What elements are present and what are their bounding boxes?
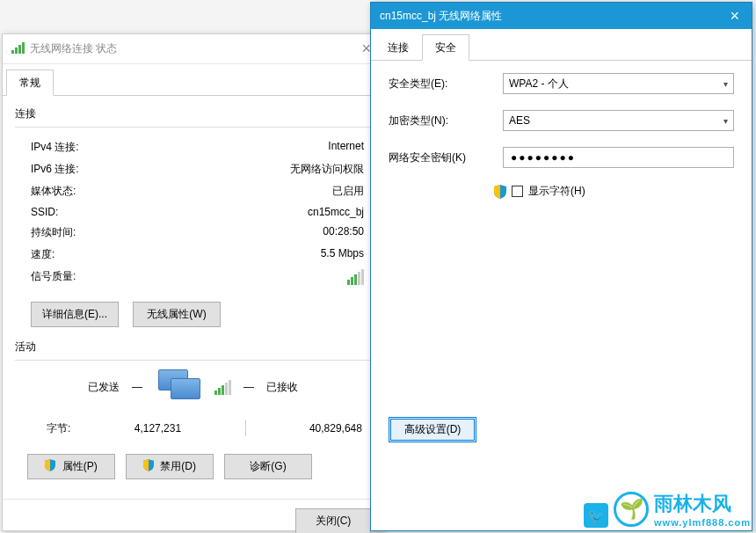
wireless-signal-icon <box>11 42 25 56</box>
disable-button[interactable]: 禁用(D) <box>126 454 214 479</box>
watermark-url: www.ylmf888.com <box>654 517 751 528</box>
connection-heading: 连接 <box>15 106 371 121</box>
show-characters-checkbox[interactable] <box>512 186 523 197</box>
speed-label: 速度: <box>31 247 55 262</box>
encryption-type-value: AES <box>509 114 530 127</box>
tab-bar: 常规 <box>3 64 383 96</box>
security-type-label: 安全类型(E): <box>389 77 503 91</box>
ssid-label: SSID: <box>31 206 58 218</box>
bird-icon: 🐦 <box>584 503 608 528</box>
chevron-down-icon: ▾ <box>723 79 728 89</box>
signal-label: 信号质量: <box>31 269 76 288</box>
bytes-row: 字节: 4,127,231 40,829,648 <box>15 420 371 436</box>
ssid-value: cn15mcc_bj <box>308 206 364 218</box>
network-key-input[interactable]: ●●●●●●●● <box>503 147 734 168</box>
tab-general[interactable]: 常规 <box>6 69 54 96</box>
activity-indicator-received-icon: — <box>244 381 254 393</box>
shield-icon <box>143 459 154 471</box>
security-panel: 安全类型(E): WPA2 - 个人 ▾ 加密类型(N): AES ▾ 网络安全… <box>371 61 752 211</box>
close-button[interactable]: 关闭(C) <box>295 508 371 533</box>
properties-button[interactable]: 属性(P) <box>27 454 115 479</box>
leaf-logo-icon: 🌱 <box>614 492 649 527</box>
title-bar: 无线网络连接 状态 × <box>3 34 383 64</box>
title-bar: cn15mcc_bj 无线网络属性 × <box>371 3 752 29</box>
bytes-sent-value: 4,127,231 <box>134 422 181 434</box>
shield-icon <box>45 459 55 471</box>
window-title: 无线网络连接 状态 <box>30 41 358 56</box>
activity-heading: 活动 <box>15 340 371 354</box>
close-icon[interactable]: × <box>726 7 743 26</box>
panel-body: 连接 IPv4 连接:Internet IPv6 连接:无网络访问权限 媒体状态… <box>3 96 383 499</box>
connection-details: IPv4 连接:Internet IPv6 连接:无网络访问权限 媒体状态:已启… <box>15 136 371 291</box>
details-buttons: 详细信息(E)... 无线属性(W) <box>15 302 371 327</box>
ipv4-value: Internet <box>328 140 364 155</box>
disable-button-label: 禁用(D) <box>160 460 196 472</box>
separator <box>15 360 371 361</box>
show-characters-row: 显示字符(H) <box>494 184 734 199</box>
tab-bar: 连接 安全 <box>371 29 752 61</box>
encryption-type-label: 加密类型(N): <box>389 113 503 128</box>
tab-connection[interactable]: 连接 <box>374 34 422 61</box>
tab-security[interactable]: 安全 <box>422 34 469 61</box>
activity-signal-icon <box>214 380 231 395</box>
show-characters-label: 显示字符(H) <box>528 184 585 199</box>
window-title: cn15mcc_bj 无线网络属性 <box>380 9 726 24</box>
network-key-label: 网络安全密钥(K) <box>389 150 503 165</box>
monitors-icon <box>155 369 202 405</box>
ipv4-label: IPv4 连接: <box>31 140 79 155</box>
ipv6-value: 无网络访问权限 <box>290 162 364 177</box>
advanced-settings-button[interactable]: 高级设置(D) <box>389 417 476 442</box>
security-type-select[interactable]: WPA2 - 个人 ▾ <box>503 73 734 94</box>
network-key-value: ●●●●●●●● <box>511 151 576 164</box>
ipv6-label: IPv6 连接: <box>31 162 79 177</box>
wireless-status-window: 无线网络连接 状态 × 常规 连接 IPv4 连接:Internet IPv6 … <box>2 33 384 531</box>
shield-icon <box>494 185 506 199</box>
duration-label: 持续时间: <box>31 225 76 240</box>
duration-value: 00:28:50 <box>323 225 364 240</box>
bytes-label: 字节: <box>47 421 70 436</box>
watermark-name: 雨林木风 <box>654 493 731 515</box>
encryption-type-select[interactable]: AES ▾ <box>503 110 734 131</box>
signal-quality-icon <box>347 269 364 288</box>
vertical-divider <box>245 420 246 436</box>
sent-label: 已发送 <box>88 380 120 395</box>
chevron-down-icon: ▾ <box>723 116 728 126</box>
wireless-properties-window: cn15mcc_bj 无线网络属性 × 连接 安全 安全类型(E): WPA2 … <box>370 2 752 531</box>
properties-button-label: 属性(P) <box>62 460 98 472</box>
media-value: 已启用 <box>332 184 364 199</box>
received-label: 已接收 <box>266 380 298 395</box>
footer: 关闭(C) <box>3 499 383 533</box>
activity-graphic: 已发送 — — 已接收 <box>15 369 371 405</box>
diagnose-button[interactable]: 诊断(G) <box>224 454 312 479</box>
details-button[interactable]: 详细信息(E)... <box>31 302 119 327</box>
security-type-value: WPA2 - 个人 <box>509 77 569 91</box>
media-label: 媒体状态: <box>31 184 76 199</box>
action-buttons: 属性(P) 禁用(D) 诊断(G) <box>15 454 371 479</box>
separator <box>15 127 371 128</box>
activity-indicator-sent-icon: — <box>132 381 142 393</box>
bytes-received-value: 40,829,648 <box>309 422 362 434</box>
speed-value: 5.5 Mbps <box>321 247 364 262</box>
wireless-properties-button[interactable]: 无线属性(W) <box>133 302 221 327</box>
watermark: 🐦 🌱 雨林木风 www.ylmf888.com <box>614 491 751 528</box>
